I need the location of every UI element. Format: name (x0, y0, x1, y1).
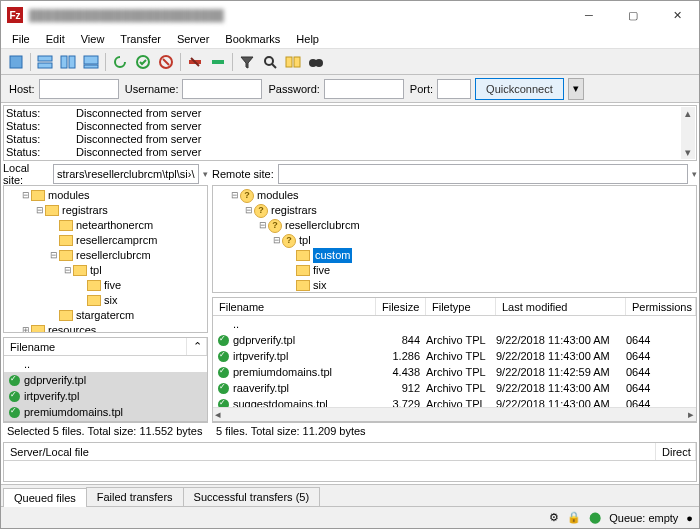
port-input[interactable] (437, 79, 471, 99)
svg-rect-15 (286, 57, 292, 67)
menu-transfer[interactable]: Transfer (113, 31, 168, 47)
list-item[interactable]: premiumdomains.tpl4.438Archivo TPL9/22/2… (213, 364, 696, 380)
svg-rect-2 (38, 63, 52, 68)
list-item[interactable]: .. (213, 316, 696, 332)
scrollbar[interactable]: ▴▾ (681, 107, 695, 159)
log-label: Status: (6, 120, 76, 133)
list-item[interactable]: gdprverify.tpl844Archivo TPL9/22/2018 11… (213, 332, 696, 348)
list-item[interactable]: irtpverify.tpl (4, 388, 207, 404)
column-filename[interactable]: Filename (4, 338, 187, 355)
menu-edit[interactable]: Edit (39, 31, 72, 47)
tree-node[interactable]: resellercamprcm (6, 233, 205, 248)
list-item[interactable]: suggestdomains.tpl3.729Archivo TPL9/22/2… (213, 396, 696, 407)
menu-file[interactable]: File (5, 31, 37, 47)
tree-node[interactable]: ⊟registrars (6, 203, 205, 218)
list-item[interactable]: raaverify.tpl912Archivo TPL9/22/2018 11:… (213, 380, 696, 396)
close-button[interactable]: ✕ (655, 1, 699, 29)
column-direction[interactable]: Direct (656, 443, 696, 460)
list-item[interactable]: raaverify.tpl (4, 420, 207, 421)
quickconnect-dropdown[interactable]: ▾ (568, 78, 584, 100)
gear-icon[interactable]: ⚙ (549, 511, 559, 524)
local-file-list[interactable]: ..gdprverify.tplirtpverify.tplpremiumdom… (4, 356, 207, 421)
toggle-tree-icon[interactable] (57, 51, 79, 73)
list-item[interactable]: gdprverify.tpl (4, 372, 207, 388)
remote-status: 5 files. Total size: 11.209 bytes (212, 422, 697, 440)
tab-queuedfiles[interactable]: Queued files (3, 488, 87, 507)
maximize-button[interactable]: ▢ (611, 1, 655, 29)
tree-node[interactable]: ⊟resellerclubrcm (6, 248, 205, 263)
username-input[interactable] (182, 79, 262, 99)
queue-menu-icon[interactable]: ● (686, 512, 693, 524)
tab-failedtransfers[interactable]: Failed transfers (86, 487, 184, 506)
menubar: FileEditViewTransferServerBookmarksHelp (1, 29, 699, 49)
scrollbar[interactable]: ◂▸ (213, 407, 696, 421)
tree-node[interactable]: five (215, 263, 694, 278)
disconnect-icon[interactable] (184, 51, 206, 73)
transfer-queue[interactable]: Server/Local file Direct (3, 442, 697, 482)
log-msg: Disconnected from server (76, 107, 201, 120)
remote-site-label: Remote site: (212, 168, 274, 180)
tree-node[interactable]: six (215, 278, 694, 293)
tab-successfultransfers[interactable]: Successful transfers (5) (183, 487, 321, 506)
svg-point-18 (315, 59, 323, 67)
column-permissions[interactable]: Permissions (626, 298, 696, 315)
lock-icon[interactable]: 🔒 (567, 511, 581, 524)
list-item[interactable]: premiumdomains.tpl (4, 404, 207, 420)
tree-node[interactable]: six (6, 293, 205, 308)
queue-status: Queue: empty (609, 512, 678, 524)
password-input[interactable] (324, 79, 404, 99)
remote-path-input[interactable] (278, 164, 688, 184)
search-icon[interactable] (259, 51, 281, 73)
svg-rect-0 (10, 56, 22, 68)
list-item[interactable]: irtpverify.tpl1.286Archivo TPL9/22/2018 … (213, 348, 696, 364)
message-log[interactable]: Status:Disconnected from serverStatus:Di… (3, 105, 697, 161)
cancel-icon[interactable] (155, 51, 177, 73)
app-icon: Fz (7, 7, 23, 23)
tree-node[interactable]: netearthonercm (6, 218, 205, 233)
host-input[interactable] (39, 79, 119, 99)
minimize-button[interactable]: ─ (567, 1, 611, 29)
process-queue-icon[interactable] (132, 51, 154, 73)
tree-node[interactable]: ⊟modules (6, 188, 205, 203)
log-label: Status: (6, 133, 76, 146)
column-lastmodified[interactable]: Last modified (496, 298, 626, 315)
column-filesize[interactable]: Filesize (376, 298, 426, 315)
toggle-log-icon[interactable] (34, 51, 56, 73)
menu-server[interactable]: Server (170, 31, 216, 47)
svg-rect-3 (61, 56, 67, 68)
svg-line-14 (272, 64, 276, 68)
chevron-down-icon[interactable]: ▾ (203, 169, 208, 179)
remote-file-list[interactable]: ..gdprverify.tpl844Archivo TPL9/22/2018 … (213, 316, 696, 407)
tree-node[interactable]: five (6, 278, 205, 293)
remote-tree[interactable]: ⊟?modules⊟?registrars⊟?resellerclubrcm⊟?… (213, 186, 696, 293)
list-item[interactable]: .. (4, 356, 207, 372)
tree-node[interactable]: ⊟?resellerclubrcm (215, 218, 694, 233)
tree-node[interactable]: stargatercm (6, 308, 205, 323)
password-label: Password: (268, 83, 319, 95)
compare-icon[interactable] (282, 51, 304, 73)
reconnect-icon[interactable] (207, 51, 229, 73)
log-msg: Disconnected from server (76, 146, 201, 159)
menu-bookmarks[interactable]: Bookmarks (218, 31, 287, 47)
column-filetype[interactable]: Filetype (426, 298, 496, 315)
refresh-icon[interactable] (109, 51, 131, 73)
quickconnect-button[interactable]: Quickconnect (475, 78, 564, 100)
tree-node[interactable]: ⊟?tpl (215, 233, 694, 248)
local-path-input[interactable] (53, 164, 199, 184)
queue-indicator-icon: ⬤ (589, 511, 601, 524)
menu-view[interactable]: View (74, 31, 112, 47)
column-server-local[interactable]: Server/Local file (4, 443, 656, 460)
tree-node[interactable]: ⊞resources (6, 323, 205, 333)
tree-node[interactable]: ⊟tpl (6, 263, 205, 278)
chevron-down-icon[interactable]: ▾ (692, 169, 697, 179)
sitemanager-icon[interactable] (5, 51, 27, 73)
local-tree[interactable]: ⊟modules⊟registrarsnetearthonercmreselle… (4, 186, 207, 333)
binoculars-icon[interactable] (305, 51, 327, 73)
column-filename[interactable]: Filename (213, 298, 376, 315)
menu-help[interactable]: Help (289, 31, 326, 47)
tree-node[interactable]: custom (215, 248, 694, 263)
filter-icon[interactable] (236, 51, 258, 73)
tree-node[interactable]: ⊟?modules (215, 188, 694, 203)
toggle-queue-icon[interactable] (80, 51, 102, 73)
tree-node[interactable]: ⊟?registrars (215, 203, 694, 218)
